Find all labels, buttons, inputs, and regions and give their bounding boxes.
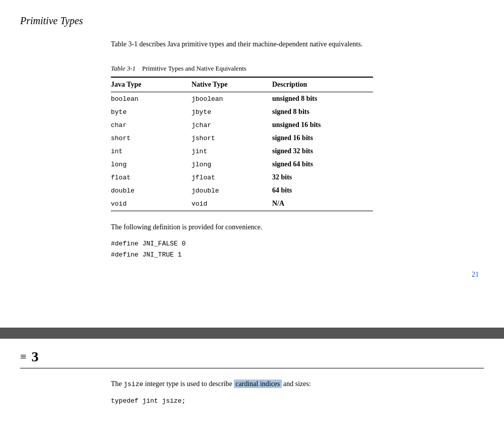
table-caption-label: Table 3-1 [111, 65, 136, 72]
cell-description: N/A [272, 197, 373, 211]
col-header-native: Native Type [192, 77, 272, 92]
table-row: charjcharunsigned 16 bits [111, 118, 373, 132]
cell-description: signed 8 bits [272, 105, 373, 118]
cell-java-type: byte [111, 105, 192, 118]
cell-description: signed 64 bits [272, 158, 373, 171]
cell-description: 32 bits [272, 171, 373, 184]
chapter-icon: ≡ [20, 350, 26, 363]
highlighted-text: cardinal indices [234, 380, 281, 388]
code-block: #define JNI_FALSE 0 #define JNI_TRUE 1 [111, 238, 484, 261]
cell-description: signed 16 bits [272, 132, 373, 145]
jsize-code: jsize [123, 381, 143, 388]
cell-native-type: jbyte [192, 105, 272, 118]
chapter-rule [20, 368, 484, 368]
cell-native-type: jboolean [192, 92, 272, 106]
table-header-row: Java Type Native Type Description [111, 77, 373, 92]
typedef-code: typedef jint jsize; [111, 396, 484, 407]
table-row: floatjfloat32 bits [111, 171, 373, 184]
cell-native-type: jint [192, 145, 272, 158]
table-caption: Table 3-1 Primitive Types and Native Equ… [111, 65, 484, 73]
table-row: shortjshortsigned 16 bits [111, 132, 373, 145]
bottom-paragraph: The jsize integer type is used to descri… [111, 379, 484, 390]
cell-java-type: short [111, 132, 192, 145]
cell-native-type: jlong [192, 158, 272, 171]
table-row: bytejbytesigned 8 bits [111, 105, 373, 118]
chapter-number: 3 [31, 349, 38, 365]
code-line-1: #define JNI_FALSE 0 [111, 238, 484, 249]
table-row: intjintsigned 32 bits [111, 145, 373, 158]
cell-java-type: void [111, 197, 192, 211]
cell-java-type: boolean [111, 92, 192, 106]
table-row: booleanjbooleanunsigned 8 bits [111, 92, 373, 106]
code-line-2: #define JNI_TRUE 1 [111, 249, 484, 261]
cell-java-type: char [111, 118, 192, 132]
cell-native-type: jfloat [192, 171, 272, 184]
cell-description: signed 32 bits [272, 145, 373, 158]
cell-native-type: void [192, 197, 272, 211]
divider-bar [0, 328, 504, 339]
cell-java-type: int [111, 145, 192, 158]
cell-java-type: float [111, 171, 192, 184]
cell-description: 64 bits [272, 184, 373, 197]
page-title: Primitive Types [20, 15, 484, 27]
following-text: The following definition is provided for… [111, 223, 484, 231]
primitive-types-table: Java Type Native Type Description boolea… [111, 77, 373, 211]
cell-description: unsigned 8 bits [272, 92, 373, 106]
table-row: longjlongsigned 64 bits [111, 158, 373, 171]
col-header-desc: Description [272, 77, 373, 92]
cell-java-type: double [111, 184, 192, 197]
chapter-heading: ≡ 3 [20, 349, 484, 365]
col-header-java: Java Type [111, 77, 192, 92]
intro-paragraph: Table 3-1 describes Java primitive types… [111, 39, 423, 49]
page-number: 21 [111, 271, 484, 279]
table-row: voidvoidN/A [111, 197, 373, 211]
cell-java-type: long [111, 158, 192, 171]
cell-native-type: jshort [192, 132, 272, 145]
cell-native-type: jdouble [192, 184, 272, 197]
cell-native-type: jchar [192, 118, 272, 132]
table-caption-title: Primitive Types and Native Equivalents [142, 65, 246, 72]
cell-description: unsigned 16 bits [272, 118, 373, 132]
table-row: doublejdouble64 bits [111, 184, 373, 197]
